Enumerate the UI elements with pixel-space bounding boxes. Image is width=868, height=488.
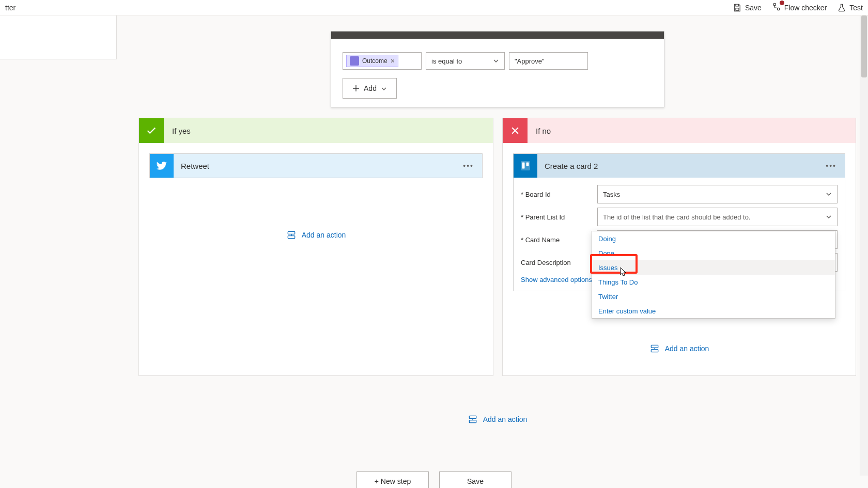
svg-point-1	[773, 3, 776, 6]
svg-rect-0	[736, 8, 739, 10]
flow-checker-label: Flow checker	[784, 4, 827, 12]
breadcrumb-text: tter	[5, 4, 16, 12]
flask-icon	[837, 3, 846, 12]
toolbar-actions: Save Flow checker Test	[733, 2, 863, 13]
flow-checker-icon	[772, 2, 781, 13]
save-icon	[733, 3, 742, 12]
test-button[interactable]: Test	[837, 3, 863, 12]
save-button[interactable]: Save	[733, 3, 762, 12]
breadcrumb: tter	[5, 4, 16, 12]
test-label: Test	[849, 4, 863, 12]
flow-checker-button[interactable]: Flow checker	[772, 2, 827, 13]
svg-point-2	[777, 8, 780, 10]
top-toolbar: tter Save Flow checker Test	[0, 0, 868, 15]
save-label: Save	[745, 4, 762, 12]
